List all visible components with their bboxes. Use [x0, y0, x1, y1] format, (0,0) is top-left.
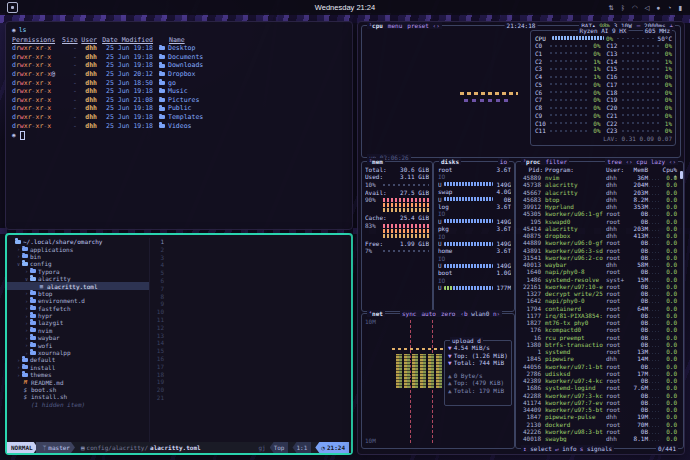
- file-row[interactable]: drwxr-xr-x - dhh 25 Jun 19:18 Downloads: [12, 61, 352, 70]
- io-toggle[interactable]: io: [498, 158, 509, 165]
- tree-item[interactable]: install.sh: [7, 393, 149, 400]
- net-tab-auto[interactable]: auto: [421, 310, 435, 317]
- btop-window[interactable]: ¹cpu menu preset ‹› 21:24:18 BAT▲ 98% 3.…: [357, 21, 685, 455]
- terminal-window[interactable]: ◉ ls Permissions Size User Date Modified…: [5, 21, 353, 230]
- file-row[interactable]: drwxr-xr-x - dhh 25 Jun 19:18 Public: [12, 104, 352, 113]
- preset-button[interactable]: preset ‹›: [407, 22, 440, 29]
- tree-item[interactable]: › fastfetch: [7, 305, 149, 312]
- code-line[interactable]: 15 decorations = "None": [150, 347, 351, 355]
- net-tab-sync[interactable]: sync: [402, 310, 416, 317]
- tree-item[interactable]: › applications: [7, 245, 149, 252]
- process-row[interactable]: 1847 pipewire-pulse dhh 19M 0.0: [519, 413, 681, 420]
- file-row[interactable]: drwxr-xr-x - dhh 25 Jun 19:18 Templates: [12, 113, 352, 122]
- tree-item[interactable]: › bin: [7, 253, 149, 260]
- net-tab-zero[interactable]: zero: [441, 310, 455, 317]
- tree-item[interactable]: ∨ config: [7, 260, 149, 267]
- process-row[interactable]: 42288 kworker/u97:3-kc root 0B 0.0: [519, 392, 681, 399]
- tree-item[interactable]: › wofi: [7, 341, 149, 348]
- wifi-icon[interactable]: ◠: [632, 3, 638, 12]
- process-row[interactable]: 45305 kworker/u96:1-gf root 0B 0.0: [519, 210, 681, 217]
- code-line[interactable]: 8 bold = { family = "CaskaydiaMono Nerd …: [150, 293, 351, 301]
- process-row[interactable]: 42389 kworker/u97:4-kc root 0B 0.0: [519, 377, 681, 384]
- vpn-icon[interactable]: ⇅: [609, 3, 614, 12]
- menu-button[interactable]: menu: [388, 22, 402, 29]
- file-row[interactable]: drwxr-xr-x - dhh 25 Jun 18:50 go: [12, 79, 352, 88]
- process-row[interactable]: 45889 nvim dhh 36M 0.0: [519, 174, 681, 181]
- process-row[interactable]: 195 kswapd0 root 0B 0.0: [519, 218, 681, 225]
- code-line[interactable]: 16 opacity = 0.98: [150, 355, 351, 363]
- file-row[interactable]: drwxr-xr-x@ - dhh 25 Jun 20:12 Dropbox: [12, 70, 352, 79]
- process-row[interactable]: 45667 alacritty dhh 203M 0.0: [519, 189, 681, 196]
- tree-item[interactable]: › nvim: [7, 327, 149, 334]
- process-row[interactable]: 1640 napi/phy0-8 root 0B 0.0: [519, 268, 681, 275]
- tree-item[interactable]: boot.sh: [7, 386, 149, 393]
- process-row[interactable]: 1827 mt76-tx phy0 root 0B 0.0: [519, 319, 681, 326]
- process-row[interactable]: 2130 dockerd root 70M 0.0: [519, 421, 681, 428]
- tree-item[interactable]: › lazygit: [7, 319, 149, 326]
- process-row[interactable]: 45414 alacritty dhh 203M 0.0: [519, 225, 681, 232]
- process-row[interactable]: 1642 napi/phy0-0 root 0B 0.0: [519, 297, 681, 304]
- process-row[interactable]: 16 rcu_preempt root 0B 0.0: [519, 334, 681, 341]
- tree-item[interactable]: README.md: [7, 378, 149, 385]
- file-row[interactable]: drwxr-xr-x - dhh 25 Jun 19:18 Documents: [12, 53, 352, 62]
- process-row[interactable]: 1327 decrypt_write/25 root 0B 0.0: [519, 290, 681, 297]
- code-line[interactable]: 2: [150, 246, 351, 254]
- file-row[interactable]: drwxr-xr-x - dhh 25 Jun 21:08 Pictures: [12, 96, 352, 105]
- process-row[interactable]: 40875 dropbox dhh 413M 0.0: [519, 232, 681, 239]
- tree-item[interactable]: (1 hidden item): [7, 401, 149, 408]
- code-line[interactable]: 1 general.import = [ "~/.config/omarchy/…: [150, 238, 351, 246]
- process-row[interactable]: 39912 Hyprland dhh 353M 0.0: [519, 203, 681, 210]
- code-line[interactable]: 3 [env]: [150, 254, 351, 262]
- file-row[interactable]: drwxr-xr-x - dhh 25 Jun 19:18 Videos: [12, 122, 352, 131]
- tree-item[interactable]: › default: [7, 356, 149, 363]
- process-row[interactable]: 1 systemd root 13M 0.0: [519, 348, 681, 355]
- editor-window[interactable]: ~/.local/share/omarchy › applications › …: [5, 233, 353, 455]
- process-row[interactable]: 44056 kworker/u97:1-bt root 0B 0.0: [519, 363, 681, 370]
- record-icon[interactable]: ●: [657, 3, 661, 12]
- process-row[interactable]: 1845 pipewire dhh 14M 0.0: [519, 355, 681, 362]
- process-row[interactable]: 31541 kworker/u96:2-co root 0B 0.0: [519, 254, 681, 261]
- process-row[interactable]: 40013 waybar dhh 58M 0.0: [519, 261, 681, 268]
- code-line[interactable]: 5: [150, 269, 351, 277]
- process-row[interactable]: 22161 kworker/u97:10-e root 0B 0.0: [519, 283, 681, 290]
- code-line[interactable]: 14 padding.y = 14: [150, 339, 351, 347]
- tree-item[interactable]: › waybar: [7, 334, 149, 341]
- process-row[interactable]: 41174 kworker/u97:7-ev root 0B 0.0: [519, 399, 681, 406]
- tree-item[interactable]: › environment.d: [7, 297, 149, 304]
- filter-button[interactable]: filter: [545, 158, 567, 165]
- process-row[interactable]: 44889 kworker/u96:0-gf root 0B 0.0: [519, 239, 681, 246]
- process-row[interactable]: 1794 containerd root 64M 0.0: [519, 305, 681, 312]
- code-line[interactable]: 7 normal = { family = "CaskaydiaMono Ner…: [150, 285, 351, 293]
- proc-header[interactable]: Pid: Program: User: MemB Cpu% ↑: [519, 166, 681, 174]
- proc-footer-action[interactable]: ↵ info: [555, 445, 577, 452]
- process-row[interactable]: 1380 btrfs-transactio root 0B 0.0: [519, 341, 681, 348]
- proc-footer-action[interactable]: ↕ select: [523, 445, 552, 452]
- tree-item[interactable]: ∨ alacritty: [7, 275, 149, 282]
- code-line[interactable]: 20 { key = "F11", action = "ToggleFullsc…: [150, 386, 351, 394]
- idle-icon[interactable]: ◔: [667, 3, 671, 12]
- process-row[interactable]: 2786 udisksd root 17M 0.0: [519, 370, 681, 377]
- tree-item[interactable]: › themes: [7, 371, 149, 378]
- proc-sort-tabs[interactable]: tree ‹› cpu lazy ‹›: [605, 158, 678, 165]
- process-row[interactable]: 42226 kworker/u98:3-bt root 0B 0.0: [519, 428, 681, 435]
- process-row[interactable]: 45683 btop dhh 8.2M 0.0: [519, 196, 681, 203]
- code-line[interactable]: 10 size = 9: [150, 308, 351, 316]
- process-row[interactable]: 34409 kworker/u97:5-bt root 0B 0.0: [519, 406, 681, 413]
- battery-icon[interactable]: ▮: [678, 3, 682, 12]
- bluetooth-icon[interactable]: ᛒ: [621, 3, 625, 12]
- code-line[interactable]: 17: [150, 363, 351, 371]
- tree-item[interactable]: › Typora: [7, 268, 149, 275]
- git-branch[interactable]: ᛘmaster: [36, 442, 75, 453]
- process-row[interactable]: 176 kcompactd0 root 0B 0.0: [519, 326, 681, 333]
- tree-item[interactable]: alacritty.toml: [7, 282, 149, 289]
- tree-item[interactable]: › hypr: [7, 312, 149, 319]
- file-row[interactable]: drwxr-xr-x - dhh 25 Jun 19:18 Music: [12, 87, 352, 96]
- code-line[interactable]: 9 italic = { family = "CaskaydiaMono Ner…: [150, 300, 351, 308]
- code-line[interactable]: 4 TERM = "xterm-256color": [150, 261, 351, 269]
- file-row[interactable]: drwxr-xr-x - dhh 25 Jun 19:18 Desktop: [12, 44, 352, 53]
- net-device[interactable]: ‹b wlan0 n›: [460, 310, 500, 317]
- process-row[interactable]: 40018 swaybg dhh 8.1M 0.0: [519, 435, 681, 442]
- code-line[interactable]: 18 [keyboard]: [150, 371, 351, 379]
- process-row[interactable]: 1177 irq/81-PIXA3854: root 0B 0.0: [519, 312, 681, 319]
- tree-item[interactable]: › install: [7, 364, 149, 371]
